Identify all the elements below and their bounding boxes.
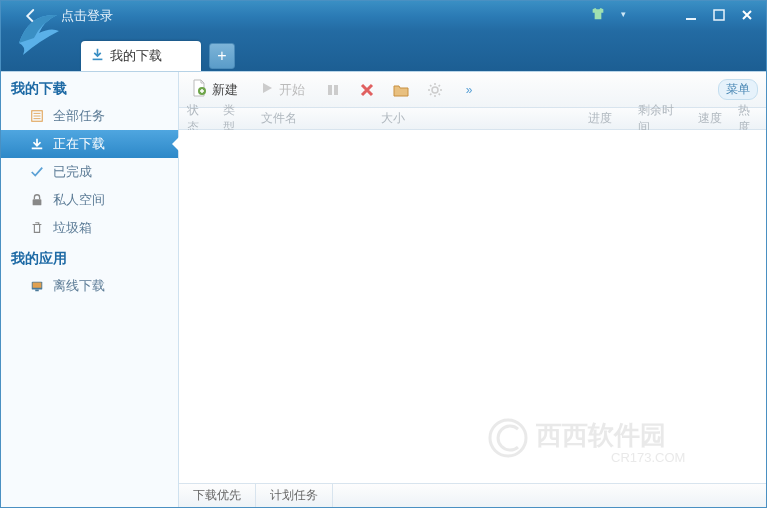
app-logo-icon [9,3,69,63]
watermark-icon: 西西软件园 CR173.COM [486,408,746,468]
delete-button[interactable] [357,83,377,97]
sidebar-item-all-tasks[interactable]: 全部任务 [1,102,178,130]
sidebar-section-apps: 我的应用 [1,242,178,272]
tabstrip: 我的下载 + [1,31,766,71]
svg-rect-5 [33,199,42,205]
lock-icon [29,193,45,207]
body: 我的下载 全部任务 正在下载 已完成 [1,71,766,507]
svg-rect-7 [33,283,42,288]
watermark-domain: CR173.COM [611,450,685,465]
sidebar-item-private[interactable]: 私人空间 [1,186,178,214]
sidebar-item-offline[interactable]: 离线下载 [1,272,178,300]
app-window: 点击登录 ▾ 我的下载 + [0,0,767,508]
window-controls [678,5,760,25]
download-icon [29,137,45,151]
sidebar-item-label: 正在下载 [53,135,105,153]
sidebar-item-trash[interactable]: 垃圾箱 [1,214,178,242]
sidebar-item-label: 全部任务 [53,107,105,125]
svg-rect-0 [686,18,696,20]
col-progress[interactable]: 进度 [580,110,630,127]
col-name[interactable]: 文件名 [253,110,373,127]
download-icon [91,48,104,64]
col-size[interactable]: 大小 [373,110,580,127]
status-scheduled-tasks[interactable]: 计划任务 [256,484,333,507]
new-file-icon [191,79,207,100]
settings-button[interactable] [425,82,445,98]
sidebar-item-label: 已完成 [53,163,92,181]
main: 新建 开始 [179,72,766,507]
list-icon [29,109,45,123]
maximize-button[interactable] [706,5,732,25]
svg-rect-8 [35,290,39,292]
sidebar-item-label: 离线下载 [53,277,105,295]
statusbar: 下载优先 计划任务 [179,483,766,507]
sidebar: 我的下载 全部任务 正在下载 已完成 [1,72,179,507]
add-tab-button[interactable]: + [209,43,235,69]
col-speed[interactable]: 速度 [690,110,730,127]
pause-button[interactable] [323,83,343,97]
sidebar-item-completed[interactable]: 已完成 [1,158,178,186]
column-headers: 状态 类型 文件名 大小 进度 剩余时间 速度 热度 [179,108,766,130]
check-icon [29,165,45,179]
start-button[interactable]: 开始 [256,78,309,102]
sidebar-item-label: 垃圾箱 [53,219,92,237]
titlebar: 点击登录 ▾ [1,1,766,31]
sidebar-item-label: 私人空间 [53,191,105,209]
svg-point-13 [490,420,526,456]
skin-icon[interactable] [590,7,606,24]
new-task-button[interactable]: 新建 [187,76,242,103]
minimize-button[interactable] [678,5,704,25]
svg-point-12 [432,87,438,93]
new-label: 新建 [212,81,238,99]
skin-dropdown-icon[interactable]: ▾ [621,9,626,19]
svg-rect-10 [328,85,332,95]
close-button[interactable] [734,5,760,25]
sidebar-item-downloading[interactable]: 正在下载 [1,130,178,158]
sidebar-section-downloads: 我的下载 [1,72,178,102]
svg-rect-4 [32,148,43,150]
tab-my-downloads[interactable]: 我的下载 [81,41,201,71]
svg-rect-11 [334,85,338,95]
trash-icon [29,221,45,235]
status-download-priority[interactable]: 下载优先 [179,484,256,507]
watermark-text: 西西软件园 [535,420,666,450]
play-icon [260,81,274,98]
expand-icon[interactable]: » [459,83,479,97]
offline-icon [29,279,45,293]
open-folder-button[interactable] [391,83,411,97]
svg-rect-2 [93,59,103,61]
start-label: 开始 [279,81,305,99]
svg-rect-1 [714,10,724,20]
task-list-empty: 西西软件园 CR173.COM [179,130,766,483]
tab-label: 我的下载 [110,47,162,65]
menu-button[interactable]: 菜单 [718,79,758,100]
